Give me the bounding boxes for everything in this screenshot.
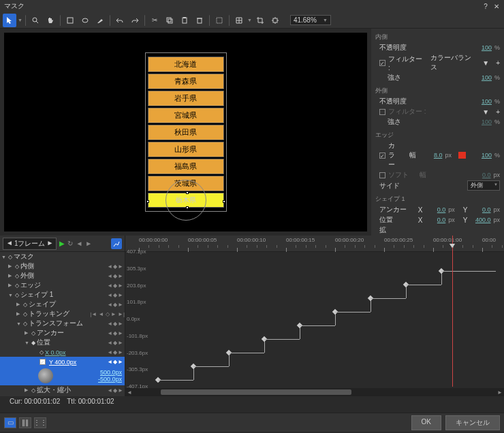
delete-icon[interactable] [193,14,206,27]
selection-icon[interactable] [212,14,226,27]
edge-color-pct[interactable]: 100 [471,152,492,159]
scroll-left-icon[interactable]: ◄ [125,389,133,396]
anchor-x-value[interactable]: 0.0 [425,206,445,213]
expand-toggle[interactable]: ▶ [25,387,30,393]
tree-y[interactable]: Y 400.0px [49,358,106,366]
tree-tracking[interactable]: トラッキング [29,309,87,319]
ellipse-tool-icon[interactable] [78,14,92,27]
expand-toggle[interactable]: ▼ [25,340,30,345]
soft-checkbox[interactable] [379,172,385,178]
outer-opacity-value[interactable]: 100 [471,98,492,105]
resize-handle[interactable] [186,206,189,209]
expand-icon[interactable] [268,14,282,27]
tree-position[interactable]: 位置 [37,338,106,347]
key-add[interactable]: ◆ [113,263,117,270]
pointer-tool-icon[interactable] [3,14,16,27]
zoom-dropdown[interactable]: 41.68%▼ [290,15,331,25]
titlebar: マスク ? ✕ [0,0,504,12]
opacity-label: 不透明度 [379,97,407,106]
filter-icon[interactable]: ▼ [482,108,489,116]
tree-x[interactable]: X 0.0px [45,349,106,356]
view-mode-2-button[interactable]: ∥∥ [19,417,31,428]
loop-button[interactable]: ↻ [67,240,73,247]
key-nav[interactable]: ◄ [107,263,112,270]
limit-min[interactable]: -500.0px [98,376,122,383]
view-mode-3-button[interactable]: ⋮⋮ [34,417,46,428]
scrollbar-thumb[interactable] [161,389,351,395]
prev-key-button[interactable]: ◄ [76,240,82,247]
expand-toggle[interactable]: ▶ [16,302,22,307]
help-icon[interactable]: ? [482,3,489,10]
cancel-button[interactable]: キャンセル [445,415,500,430]
color-checkbox[interactable] [379,153,385,159]
expand-toggle[interactable]: ▶ [25,330,30,336]
pen-tool-icon[interactable] [93,14,107,27]
tree-shape2[interactable]: シェイプ [29,300,106,309]
horizontal-scrollbar[interactable]: ◄► [125,388,504,396]
position-label: 位置 [379,215,393,225]
soft-width-value[interactable]: 0.0 [470,172,490,178]
inner-opacity-value[interactable]: 100 [471,44,492,51]
list-item-selected[interactable]: 栃木県 [148,193,224,208]
play-button[interactable]: ▶ [59,240,65,247]
tree-outer[interactable]: 外側 [20,271,106,280]
pos-y-value[interactable]: 400.0 [470,216,490,223]
pos-x-value[interactable]: 0.0 [425,216,445,223]
graph-area[interactable]: 407.1px305.3px203.6px101.8px0.0px-101.8p… [125,252,504,387]
add-icon[interactable]: + [496,59,500,67]
expand-toggle[interactable]: ▶ [8,273,14,278]
timeline-graph[interactable]: 00:00:00:0000:00:00:0500:00:00:1000:00:0… [125,236,504,396]
cut-icon[interactable]: ✂ [148,14,161,27]
hand-tool-icon[interactable] [44,14,57,27]
list-item: 福島県 [148,159,224,174]
tree-shape[interactable]: シェイプ 1 [20,290,106,300]
expand-toggle[interactable]: ▼ [8,293,14,298]
paste-icon[interactable] [178,14,191,27]
resize-handle[interactable] [186,191,189,194]
tree-scale[interactable]: 拡大・縮小 [37,385,106,395]
next-key-button[interactable]: ► [85,240,92,247]
color-swatch[interactable] [458,152,466,159]
resize-handle[interactable] [146,200,149,203]
zoom-tool-icon[interactable] [29,14,42,27]
tree-mask[interactable]: マスク [14,252,125,261]
rect-tool-icon[interactable] [63,14,77,27]
expand-toggle[interactable]: ▶ [8,283,14,288]
grid-icon[interactable] [232,14,246,27]
close-icon[interactable]: ✕ [493,3,500,10]
resize-handle[interactable] [223,200,225,203]
tree-inner[interactable]: 内側 [20,261,106,271]
outer-filter-checkbox[interactable] [379,109,385,115]
inner-strength-value[interactable]: 100 [471,74,492,81]
copy-icon[interactable] [163,14,176,27]
dial-icon[interactable] [38,368,53,383]
preview-canvas[interactable]: 北海道 青森県 岩手県 宮城県 秋田県 山形県 福島県 茨城県 栃木県 [4,33,367,231]
edge-width-value[interactable]: 8.0 [422,152,442,159]
add-icon[interactable]: + [496,108,500,116]
frame-input[interactable]: ◄1フレーム► [3,238,57,250]
expand-toggle[interactable]: ▶ [16,311,22,317]
tree-transform[interactable]: トランスフォーム [29,319,106,328]
key-nav[interactable]: ► [118,263,123,270]
filter-icon[interactable]: ▼ [482,59,489,67]
scroll-right-icon[interactable]: ► [496,389,504,396]
tree-anchor[interactable]: アンカー [37,328,106,338]
redo-icon[interactable] [128,14,142,27]
time-ruler[interactable]: 00:00:00:0000:00:00:0500:00:00:1000:00:0… [125,236,504,252]
view-mode-1-button[interactable]: ▭ [4,417,16,428]
inner-filter-checkbox[interactable] [379,60,385,66]
tree-edge[interactable]: エッジ [20,280,106,290]
undo-icon[interactable] [113,14,127,27]
crop-icon[interactable] [253,14,267,27]
expand-toggle[interactable]: ▶ [8,263,14,269]
ok-button[interactable]: OK [411,415,441,430]
svg-line-1 [36,21,38,23]
anchor-y-value[interactable]: 0.0 [470,206,490,213]
expand-toggle[interactable]: ▼ [1,255,7,259]
outer-strength-value[interactable]: 100 [471,118,492,125]
graph-mode-button[interactable] [111,238,122,249]
side-dropdown[interactable]: 外側 [467,180,500,191]
limit-max[interactable]: 500.0px [100,369,122,376]
y-checkbox[interactable] [40,359,46,365]
expand-toggle[interactable]: ▼ [16,321,22,326]
